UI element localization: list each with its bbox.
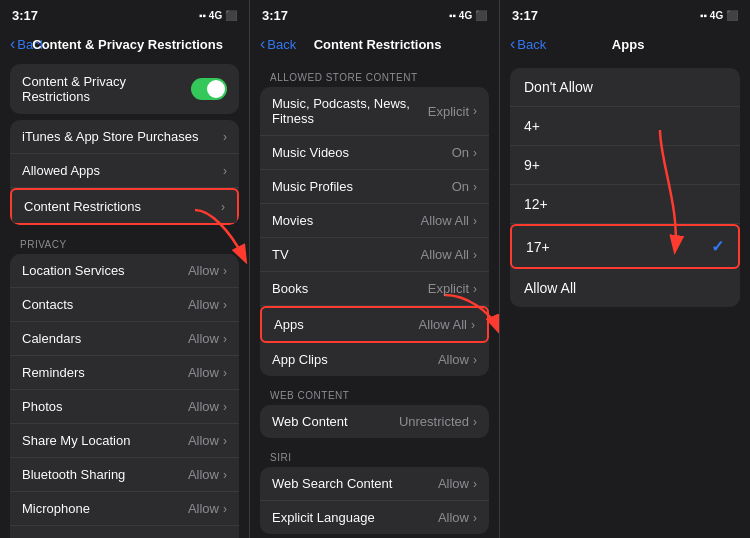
nav-bar-3: ‹ Back Apps	[500, 28, 750, 64]
music-videos-item[interactable]: Music Videos On ›	[260, 136, 489, 170]
4plus-option[interactable]: 4+	[510, 107, 740, 146]
status-bar-1: 3:17 ▪▪ 4G ⬛	[0, 0, 249, 28]
app-clips-value: Allow	[438, 352, 469, 367]
17plus-option[interactable]: 17+ ✓	[510, 224, 740, 269]
12plus-label: 12+	[524, 196, 548, 212]
17plus-label: 17+	[526, 239, 550, 255]
music-videos-label: Music Videos	[272, 145, 349, 160]
photos-chevron: ›	[223, 400, 227, 414]
contacts-item[interactable]: Contacts Allow ›	[10, 288, 239, 322]
bluetooth-chevron: ›	[223, 468, 227, 482]
itunes-purchases-item[interactable]: iTunes & App Store Purchases ›	[10, 120, 239, 154]
dont-allow-option[interactable]: Don't Allow	[510, 68, 740, 107]
apps-item[interactable]: Apps Allow All ›	[260, 306, 489, 343]
time-2: 3:17	[262, 8, 288, 23]
panel-apps: 3:17 ▪▪ 4G ⬛ ‹ Back Apps Don't Allow 4+ …	[500, 0, 750, 538]
back-arrow-3: ‹	[510, 35, 515, 53]
music-podcasts-chevron: ›	[473, 104, 477, 118]
12plus-option[interactable]: 12+	[510, 185, 740, 224]
contacts-chevron: ›	[223, 298, 227, 312]
bluetooth-right: Allow ›	[188, 467, 227, 482]
books-chevron: ›	[473, 282, 477, 296]
status-icons-2: ▪▪ 4G ⬛	[449, 10, 487, 21]
siri-section: Web Search Content Allow › Explicit Lang…	[260, 467, 489, 534]
microphone-right: Allow ›	[188, 501, 227, 516]
checkmark-icon: ✓	[711, 237, 724, 256]
4plus-label: 4+	[524, 118, 540, 134]
reminders-label: Reminders	[22, 365, 85, 380]
web-search-chevron: ›	[473, 477, 477, 491]
music-profiles-item[interactable]: Music Profiles On ›	[260, 170, 489, 204]
music-profiles-chevron: ›	[473, 180, 477, 194]
allowed-apps-label: Allowed Apps	[22, 163, 100, 178]
speech-recognition-item[interactable]: Speech Recognition Allow ›	[10, 526, 239, 538]
privacy-header: PRIVACY	[0, 231, 249, 254]
app-clips-item[interactable]: App Clips Allow ›	[260, 343, 489, 376]
siri-header: SIRI	[250, 444, 499, 467]
itunes-label: iTunes & App Store Purchases	[22, 129, 199, 144]
photos-value: Allow	[188, 399, 219, 414]
explicit-lang-right: Allow ›	[438, 510, 477, 525]
calendars-item[interactable]: Calendars Allow ›	[10, 322, 239, 356]
contacts-right: Allow ›	[188, 297, 227, 312]
panel-content-restrictions: 3:17 ▪▪ 4G ⬛ ‹ Back Content Restrictions…	[250, 0, 500, 538]
movies-value: Allow All	[421, 213, 469, 228]
calendars-chevron: ›	[223, 332, 227, 346]
calendars-value: Allow	[188, 331, 219, 346]
web-search-item[interactable]: Web Search Content Allow ›	[260, 467, 489, 501]
music-podcasts-label: Music, Podcasts, News, Fitness	[272, 96, 428, 126]
nav-bar-2: ‹ Back Content Restrictions	[250, 28, 499, 64]
location-services-item[interactable]: Location Services Allow ›	[10, 254, 239, 288]
bluetooth-item[interactable]: Bluetooth Sharing Allow ›	[10, 458, 239, 492]
tv-value: Allow All	[421, 247, 469, 262]
web-search-right: Allow ›	[438, 476, 477, 491]
dont-allow-label: Don't Allow	[524, 79, 593, 95]
content-restrictions-item[interactable]: Content Restrictions ›	[10, 188, 239, 225]
panel-content-privacy: 3:17 ▪▪ 4G ⬛ ‹ Back Content & Privacy Re…	[0, 0, 250, 538]
music-podcasts-right: Explicit ›	[428, 104, 477, 119]
allowed-store-header: ALLOWED STORE CONTENT	[250, 64, 499, 87]
age-options-section: Don't Allow 4+ 9+ 12+ 17+ ✓ Allow All	[510, 68, 740, 307]
location-value: Allow	[188, 263, 219, 278]
music-profiles-value: On	[452, 179, 469, 194]
content-restrictions-chevron: ›	[221, 200, 225, 214]
music-podcasts-item[interactable]: Music, Podcasts, News, Fitness Explicit …	[260, 87, 489, 136]
web-search-label: Web Search Content	[272, 476, 392, 491]
status-bar-3: 3:17 ▪▪ 4G ⬛	[500, 0, 750, 28]
nav-title-1: Content & Privacy Restrictions	[16, 37, 239, 52]
music-podcasts-value: Explicit	[428, 104, 469, 119]
web-content-item[interactable]: Web Content Unrestricted ›	[260, 405, 489, 438]
allow-all-option[interactable]: Allow All	[510, 269, 740, 307]
photos-item[interactable]: Photos Allow ›	[10, 390, 239, 424]
tv-item[interactable]: TV Allow All ›	[260, 238, 489, 272]
itunes-chevron: ›	[223, 130, 227, 144]
allow-all-label: Allow All	[524, 280, 576, 296]
contacts-value: Allow	[188, 297, 219, 312]
app-clips-right: Allow ›	[438, 352, 477, 367]
app-clips-label: App Clips	[272, 352, 328, 367]
toggle-switch[interactable]	[191, 78, 227, 100]
toggle-row[interactable]: Content & Privacy Restrictions	[10, 64, 239, 114]
microphone-item[interactable]: Microphone Allow ›	[10, 492, 239, 526]
explicit-language-item[interactable]: Explicit Language Allow ›	[260, 501, 489, 534]
share-location-chevron: ›	[223, 434, 227, 448]
books-item[interactable]: Books Explicit ›	[260, 272, 489, 306]
apps-value: Allow All	[419, 317, 467, 332]
allowed-apps-item[interactable]: Allowed Apps ›	[10, 154, 239, 188]
reminders-chevron: ›	[223, 366, 227, 380]
status-icons-3: ▪▪ 4G ⬛	[700, 10, 738, 21]
microphone-chevron: ›	[223, 502, 227, 516]
movies-right: Allow All ›	[421, 213, 477, 228]
movies-label: Movies	[272, 213, 313, 228]
web-content-header: WEB CONTENT	[250, 382, 499, 405]
movies-item[interactable]: Movies Allow All ›	[260, 204, 489, 238]
books-value: Explicit	[428, 281, 469, 296]
time-3: 3:17	[512, 8, 538, 23]
reminders-item[interactable]: Reminders Allow ›	[10, 356, 239, 390]
time-1: 3:17	[12, 8, 38, 23]
share-location-item[interactable]: Share My Location Allow ›	[10, 424, 239, 458]
9plus-option[interactable]: 9+	[510, 146, 740, 185]
app-clips-chevron: ›	[473, 353, 477, 367]
apps-label: Apps	[274, 317, 304, 332]
nav-title-3: Apps	[516, 37, 740, 52]
